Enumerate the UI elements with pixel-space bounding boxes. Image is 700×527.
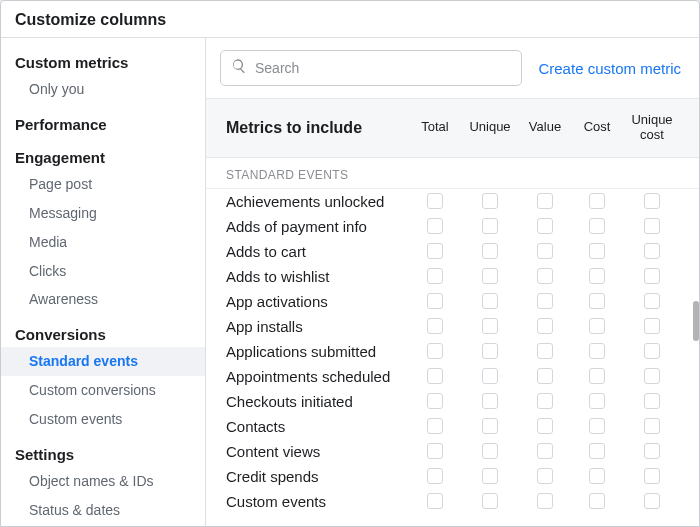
checkbox[interactable]: [482, 268, 498, 284]
checkbox[interactable]: [589, 493, 605, 509]
checkbox-cell: [409, 318, 461, 334]
checkbox-cell: [461, 318, 519, 334]
checkbox[interactable]: [427, 193, 443, 209]
checkbox[interactable]: [427, 218, 443, 234]
checkbox-cell: [623, 193, 681, 209]
checkbox[interactable]: [482, 343, 498, 359]
checkbox[interactable]: [644, 218, 660, 234]
checkbox[interactable]: [589, 318, 605, 334]
sidebar-item[interactable]: Only you: [1, 75, 205, 104]
checkbox[interactable]: [589, 393, 605, 409]
checkbox[interactable]: [537, 218, 553, 234]
checkbox[interactable]: [644, 493, 660, 509]
checkbox[interactable]: [537, 418, 553, 434]
sidebar-item[interactable]: Custom events: [1, 405, 205, 434]
sidebar-group-title[interactable]: Conversions: [1, 320, 205, 347]
sidebar-item[interactable]: Custom conversions: [1, 376, 205, 405]
sidebar-item[interactable]: Status & dates: [1, 496, 205, 525]
checkbox[interactable]: [482, 493, 498, 509]
sidebar-group-title[interactable]: Performance: [1, 110, 205, 137]
scrollbar-thumb[interactable]: [693, 301, 699, 341]
checkbox[interactable]: [644, 443, 660, 459]
checkbox[interactable]: [644, 268, 660, 284]
checkbox[interactable]: [644, 418, 660, 434]
checkbox[interactable]: [427, 293, 443, 309]
checkbox-cell: [519, 368, 571, 384]
checkbox[interactable]: [589, 293, 605, 309]
checkbox[interactable]: [644, 193, 660, 209]
checkbox[interactable]: [482, 393, 498, 409]
sidebar-item[interactable]: Messaging: [1, 199, 205, 228]
checkbox-cell: [623, 393, 681, 409]
sidebar-item[interactable]: Clicks: [1, 257, 205, 286]
checkbox-cell: [519, 468, 571, 484]
sidebar-group-title[interactable]: Custom metrics: [1, 48, 205, 75]
sidebar-item[interactable]: Media: [1, 228, 205, 257]
sidebar-item[interactable]: Standard events: [1, 347, 205, 376]
checkbox[interactable]: [482, 418, 498, 434]
checkbox[interactable]: [482, 318, 498, 334]
checkbox[interactable]: [427, 243, 443, 259]
checkbox[interactable]: [427, 343, 443, 359]
checkbox[interactable]: [427, 468, 443, 484]
checkbox[interactable]: [537, 493, 553, 509]
checkbox-cell: [409, 418, 461, 434]
checkbox[interactable]: [644, 393, 660, 409]
checkbox[interactable]: [427, 393, 443, 409]
checkbox[interactable]: [537, 243, 553, 259]
metric-label: App installs: [226, 318, 409, 335]
checkbox[interactable]: [427, 318, 443, 334]
sidebar-item[interactable]: Awareness: [1, 285, 205, 314]
checkbox[interactable]: [589, 268, 605, 284]
checkbox[interactable]: [427, 418, 443, 434]
checkbox-cell: [519, 293, 571, 309]
sidebar-item[interactable]: Goal, budget & schedule: [1, 525, 205, 526]
table-row: App installs: [206, 314, 699, 339]
table-header: Metrics to include Total Unique Value Co…: [206, 98, 699, 158]
checkbox[interactable]: [482, 243, 498, 259]
checkbox[interactable]: [482, 368, 498, 384]
checkbox-cell: [409, 493, 461, 509]
checkbox[interactable]: [589, 218, 605, 234]
sidebar-group-title[interactable]: Settings: [1, 440, 205, 467]
search-box[interactable]: [220, 50, 522, 86]
checkbox[interactable]: [589, 368, 605, 384]
checkbox[interactable]: [644, 243, 660, 259]
sidebar-item[interactable]: Page post: [1, 170, 205, 199]
checkbox[interactable]: [589, 468, 605, 484]
checkbox[interactable]: [427, 443, 443, 459]
checkbox[interactable]: [482, 468, 498, 484]
checkbox[interactable]: [589, 243, 605, 259]
checkbox[interactable]: [589, 443, 605, 459]
sidebar-item[interactable]: Object names & IDs: [1, 467, 205, 496]
checkbox[interactable]: [537, 468, 553, 484]
checkbox[interactable]: [537, 368, 553, 384]
checkbox[interactable]: [644, 343, 660, 359]
checkbox[interactable]: [482, 293, 498, 309]
create-custom-metric-link[interactable]: Create custom metric: [538, 60, 681, 77]
checkbox[interactable]: [537, 393, 553, 409]
checkbox[interactable]: [427, 368, 443, 384]
checkbox[interactable]: [482, 443, 498, 459]
checkbox[interactable]: [644, 368, 660, 384]
checkbox[interactable]: [537, 318, 553, 334]
checkbox[interactable]: [537, 443, 553, 459]
checkbox[interactable]: [589, 343, 605, 359]
checkbox-cell: [461, 418, 519, 434]
checkbox[interactable]: [427, 493, 443, 509]
checkbox[interactable]: [482, 218, 498, 234]
search-input[interactable]: [255, 60, 511, 76]
checkbox[interactable]: [537, 268, 553, 284]
checkbox[interactable]: [482, 193, 498, 209]
checkbox[interactable]: [644, 318, 660, 334]
checkbox[interactable]: [427, 268, 443, 284]
checkbox[interactable]: [537, 293, 553, 309]
checkbox[interactable]: [589, 193, 605, 209]
checkbox[interactable]: [537, 193, 553, 209]
sidebar-group-title[interactable]: Engagement: [1, 143, 205, 170]
sidebar-group: Object names & IDsStatus & datesGoal, bu…: [1, 467, 205, 526]
checkbox[interactable]: [644, 293, 660, 309]
checkbox[interactable]: [537, 343, 553, 359]
checkbox[interactable]: [589, 418, 605, 434]
checkbox[interactable]: [644, 468, 660, 484]
